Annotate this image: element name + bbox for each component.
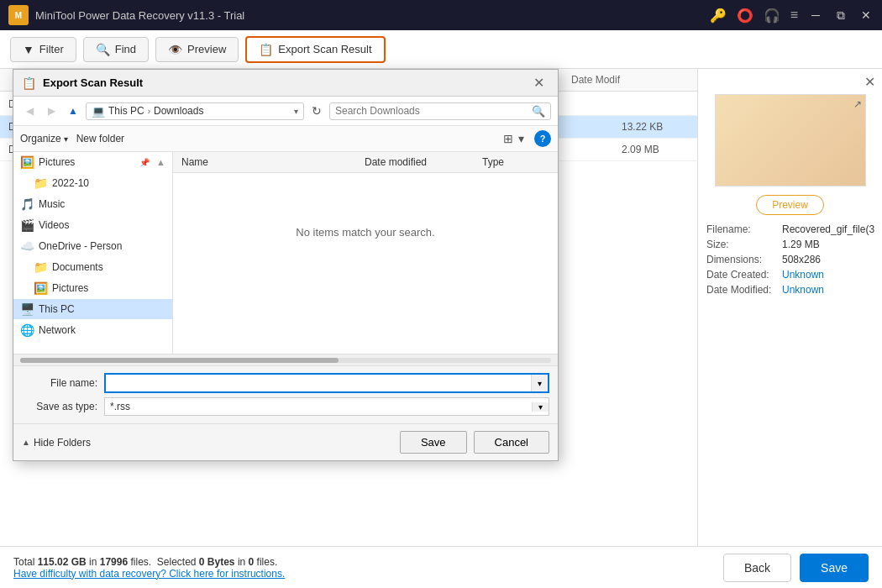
file-size: 13.22 KB	[622, 121, 689, 133]
preview-image: ↗	[715, 94, 866, 186]
organize-arrow-icon: ▾	[64, 134, 68, 144]
dialog-hscrollbar[interactable]	[13, 354, 558, 365]
help-link[interactable]: Have difficulty with data recovery? Clic…	[13, 568, 285, 580]
preview-button[interactable]: 👁️ Preview	[155, 37, 239, 62]
help-button[interactable]: ?	[534, 130, 551, 147]
filter-icon: ▼	[23, 43, 34, 56]
selected-bytes: 0 Bytes	[199, 556, 235, 568]
sidebar-item-documents[interactable]: 📁 Documents	[13, 257, 172, 277]
dialog-titlebar: 📋 Export Scan Result ✕	[13, 70, 558, 97]
restore-button[interactable]: ⧉	[833, 8, 848, 23]
sidebar-item-videos[interactable]: 🎬 Videos	[13, 215, 172, 235]
view-dropdown-icon[interactable]: ▾	[517, 130, 526, 147]
filter-button[interactable]: ▼ Filter	[10, 37, 76, 62]
path-breadcrumb[interactable]: 💻 This PC › Downloads ▾	[86, 102, 304, 120]
headset-icon[interactable]: 🎧	[764, 8, 780, 24]
pictures2-icon: 🖼️	[34, 281, 47, 295]
back-button[interactable]: Back	[723, 554, 791, 582]
status-buttons: Back Save	[723, 554, 869, 582]
sidebar-item-this-pc[interactable]: 🖥️ This PC	[13, 299, 172, 319]
nav-back-button[interactable]: ◀	[20, 102, 39, 120]
filename-row: File name: ▾	[22, 373, 549, 393]
pin-icon: 📌	[139, 158, 150, 167]
dialog-toolbar: Organize ▾ New folder ⊞ ▾ ?	[13, 126, 558, 152]
onedrive-icon: ☁️	[20, 239, 34, 253]
path-search-box[interactable]: 🔍	[329, 102, 551, 120]
dialog-col-name: Name	[181, 156, 365, 168]
right-panel: ✕ ↗ Preview Filename: Recovered_gif_file…	[697, 69, 882, 546]
dialog-filename-area: File name: ▾ Save as type: *.rss ▾	[13, 365, 558, 423]
status-bar: Total 115.02 GB in 17996 files. Selected…	[0, 546, 882, 588]
dialog-file-header: Name Date modified Type	[173, 152, 558, 173]
hscroll-track	[20, 358, 551, 363]
status-summary: Total 115.02 GB in 17996 files. Selected…	[13, 556, 285, 568]
preview-button-panel[interactable]: Preview	[756, 195, 824, 215]
path-separator: ›	[148, 107, 150, 116]
view-list-icon[interactable]: ⊞	[501, 130, 515, 147]
dialog-file-area: Name Date modified Type No items match y…	[173, 152, 558, 354]
nav-up-button[interactable]: ▲	[64, 102, 82, 120]
path-current-folder: Downloads	[154, 105, 203, 117]
meta-filename: Filename: Recovered_gif_file(3	[706, 223, 874, 235]
dialog-col-type: Type	[482, 156, 549, 168]
dialog-body: 🖼️ Pictures 📌 ▲ 📁 2022-10 🎵 Music	[13, 152, 558, 354]
key-icon[interactable]: 🔑	[710, 8, 727, 24]
path-bar: ◀ ▶ ▲ 💻 This PC › Downloads ▾ ↻ 🔍	[13, 97, 558, 126]
pc-icon: 💻	[92, 105, 105, 118]
selected-count: 0	[249, 556, 255, 568]
total-size: 115.02 GB	[38, 556, 87, 568]
path-this-pc: This PC	[108, 105, 144, 117]
col-header-date: Date Modif	[571, 74, 689, 86]
main-toolbar: ▼ Filter 🔍 Find 👁️ Preview 📋 Export Scan…	[0, 30, 882, 69]
sidebar-item-network[interactable]: 🌐 Network	[13, 320, 172, 340]
find-button[interactable]: 🔍 Find	[83, 37, 149, 62]
path-dropdown-button[interactable]: ▾	[294, 107, 298, 116]
folder-icon: 📁	[34, 176, 47, 190]
sidebar-item-music[interactable]: 🎵 Music	[13, 194, 172, 214]
savetype-dropdown-button[interactable]: ▾	[532, 402, 549, 412]
circle-icon[interactable]: ⭕	[737, 8, 753, 24]
hscroll-thumb[interactable]	[20, 358, 339, 363]
savetype-row: Save as type: *.rss ▾	[22, 397, 549, 416]
find-icon: 🔍	[96, 43, 110, 56]
search-input[interactable]	[335, 105, 532, 117]
sidebar-item-onedrive[interactable]: ☁️ OneDrive - Person	[13, 236, 172, 256]
file-size: 2.09 MB	[622, 144, 689, 155]
new-folder-button[interactable]: New folder	[76, 133, 124, 144]
hide-folders-button[interactable]: ▲ Hide Folders	[22, 437, 91, 449]
dialog-cancel-button[interactable]: Cancel	[474, 431, 549, 454]
titlebar: M MiniTool Power Data Recovery v11.3 - T…	[0, 0, 882, 30]
export-icon: 📋	[259, 43, 273, 56]
sidebar-item-pictures2[interactable]: 🖼️ Pictures	[13, 278, 172, 298]
total-files-count: 17996	[100, 556, 128, 568]
sidebar-item-pictures[interactable]: 🖼️ Pictures 📌 ▲	[13, 152, 172, 172]
menu-icon[interactable]: ≡	[790, 8, 798, 23]
dialog-action-buttons: Save Cancel	[400, 431, 549, 454]
dialog-col-date: Date modified	[365, 156, 482, 168]
titlebar-controls: 🔑 ⭕ 🎧 ≡ ─ ⧉ ✕	[710, 8, 874, 24]
app-title: MiniTool Power Data Recovery v11.3 - Tri…	[35, 9, 703, 22]
path-refresh-button[interactable]: ↻	[307, 102, 326, 120]
sidebar-scroll: 🖼️ Pictures 📌 ▲ 📁 2022-10 🎵 Music	[13, 152, 172, 340]
save-button[interactable]: Save	[800, 554, 869, 582]
dialog-title: Export Scan Result	[43, 76, 522, 89]
dialog-save-button[interactable]: Save	[400, 431, 467, 454]
sidebar-item-2022-10[interactable]: 📁 2022-10	[13, 173, 172, 193]
dialog-close-button[interactable]: ✕	[528, 73, 549, 92]
filename-dropdown-button[interactable]: ▾	[531, 375, 548, 391]
filename-input[interactable]	[106, 375, 531, 391]
minimize-button[interactable]: ─	[808, 8, 823, 23]
nav-forward-button[interactable]: ▶	[42, 102, 60, 120]
organize-button[interactable]: Organize ▾	[20, 133, 68, 144]
savetype-wrap: *.rss ▾	[104, 397, 549, 416]
music-icon: 🎵	[20, 197, 34, 211]
dialog-actions: ▲ Hide Folders Save Cancel	[13, 423, 558, 460]
filename-label: File name:	[22, 377, 97, 389]
app-logo: M	[8, 5, 29, 25]
export-scan-button[interactable]: 📋 Export Scan Result	[245, 36, 385, 63]
network-icon: 🌐	[20, 323, 34, 337]
main-content: Name Date Modif ☐ 📊 Office Exc... ☐ 🖼️ R…	[0, 69, 882, 546]
meta-date-modified: Date Modified: Unknown	[706, 284, 874, 296]
right-panel-close-button[interactable]: ✕	[864, 74, 875, 90]
close-button[interactable]: ✕	[858, 8, 874, 23]
